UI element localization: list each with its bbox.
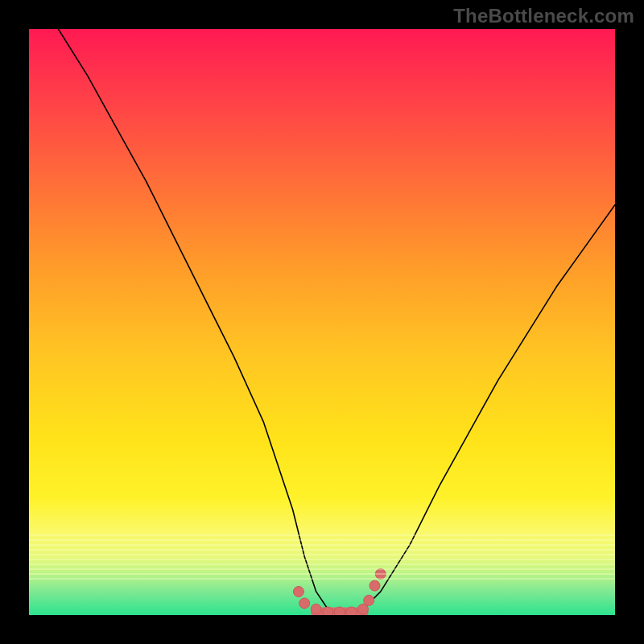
marker-dot [293, 586, 303, 597]
chart-frame: TheBottleneck.com [0, 0, 644, 644]
marker-dot [375, 569, 386, 580]
marker-dot [299, 598, 310, 609]
bottleneck-curve [58, 29, 615, 615]
marker-dot [346, 607, 357, 615]
marker-dot [369, 580, 380, 591]
marker-dot [323, 607, 333, 615]
marker-dot [358, 604, 369, 614]
plot-area [29, 29, 615, 615]
marker-dot [334, 607, 345, 615]
marker-dot [311, 604, 321, 614]
optimal-range-markers [293, 569, 386, 616]
marker-dot [364, 595, 374, 605]
curve-svg [29, 29, 615, 615]
watermark-text: TheBottleneck.com [453, 5, 634, 27]
